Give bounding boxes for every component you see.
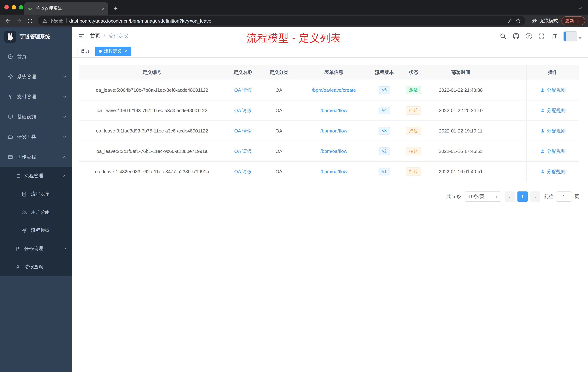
cell-definition-name[interactable]: OA 请假 xyxy=(225,168,261,175)
cell-form-info[interactable]: /bpm/oa/flow xyxy=(297,149,371,154)
window-minimize-button[interactable] xyxy=(12,5,16,10)
sidebar-item-user-group[interactable]: 用户分组 xyxy=(0,203,72,221)
cell-status: 挂起 xyxy=(398,167,429,176)
warning-triangle-icon xyxy=(42,18,47,23)
new-tab-button[interactable]: + xyxy=(111,3,121,13)
sidebar-logo[interactable]: 芋道管理系统 xyxy=(0,27,72,47)
cell-definition-category: OA xyxy=(261,108,297,113)
sidebar-item-process-mgmt[interactable]: 流程管理 xyxy=(0,167,72,185)
table-row: oa_leave:5:004b710b-7b8a-11ec-8ef0-acde4… xyxy=(79,80,579,100)
security-label: 不安全 xyxy=(50,18,63,24)
assign-rule-link[interactable]: 分配规则 xyxy=(540,107,566,114)
sidebar-item-leave-query[interactable]: 请假查询 xyxy=(0,258,72,276)
sidebar-item-home[interactable]: 首页 xyxy=(0,47,72,67)
forward-icon[interactable] xyxy=(14,16,24,25)
person-icon xyxy=(540,129,545,133)
bookmark-star-icon[interactable] xyxy=(515,18,521,24)
goto-page-input[interactable] xyxy=(556,191,572,202)
cell-form-info[interactable]: /bpm/oa/leave/create xyxy=(297,87,371,93)
tab-search-chevron-icon[interactable] xyxy=(578,6,583,11)
breadcrumb-home[interactable]: 首页 xyxy=(90,33,100,39)
browser-tab[interactable]: 芋道管理系统 × xyxy=(24,2,108,15)
help-icon[interactable]: ? xyxy=(526,33,532,39)
cell-deploy-time: 2022-01-22 20:34:10 xyxy=(429,108,492,113)
cell-definition-name[interactable]: OA 请假 xyxy=(225,107,261,114)
font-size-icon[interactable]: TT xyxy=(551,33,557,39)
cell-definition-name[interactable]: OA 请假 xyxy=(225,87,261,93)
chevron-up-icon xyxy=(63,174,67,178)
fullscreen-icon[interactable] xyxy=(538,33,545,39)
sidebar-item-task-mgmt[interactable]: 任务管理 xyxy=(0,240,72,258)
url-divider xyxy=(66,18,66,23)
version-badge: v1 xyxy=(378,168,390,175)
browser-update-button[interactable]: 更新 xyxy=(561,16,585,25)
cell-definition-id: oa_leave:3:1fad3d93-7b75-11ec-a3c8-acde4… xyxy=(79,128,225,134)
page-size-select[interactable]: 10条/页 ▾ xyxy=(465,191,501,202)
kebab-menu-icon[interactable] xyxy=(576,18,581,23)
cell-definition-name[interactable]: OA 请假 xyxy=(225,148,261,154)
cell-actions: 分配规则 xyxy=(526,100,579,120)
cell-form-info[interactable]: /bpm/oa/flow xyxy=(297,108,371,113)
user-menu[interactable] xyxy=(563,31,581,41)
table-row: oa_leave:2:3c1f0ef1-76b1-11ec-9c66-a2380… xyxy=(79,141,579,162)
sidebar-item-system-mgmt[interactable]: 系统管理 xyxy=(0,67,72,87)
cell-definition-name[interactable]: OA 请假 xyxy=(225,128,261,134)
sidebar-item-workflow[interactable]: 工作流程 xyxy=(0,147,72,167)
status-badge: 挂起 xyxy=(406,106,421,115)
cell-deploy-time: 2022-01-16 17:46:53 xyxy=(429,149,492,154)
window-zoom-button[interactable] xyxy=(19,5,23,10)
tag-close-icon[interactable]: × xyxy=(124,49,127,54)
screen: 芋道管理系统 × + 不安全 dashboard.yudao.iocoder xyxy=(0,0,588,372)
avatar[interactable] xyxy=(563,31,577,41)
col-form-info: 表单信息 xyxy=(297,69,371,76)
sidebar-item-process-form[interactable]: 流程表单 xyxy=(0,185,72,203)
chevron-down-icon: ▾ xyxy=(496,195,497,198)
browser-tab-strip: 芋道管理系统 × + xyxy=(0,0,588,15)
sidebar-item-process-model[interactable]: 流程模型 xyxy=(0,221,72,240)
url-text: dashboard.yudao.iocoder.cn/bpm/manager/d… xyxy=(69,18,504,23)
col-deploy-time: 部署时间 xyxy=(429,69,492,76)
prev-page-button[interactable]: ‹ xyxy=(505,191,515,202)
cell-form-info[interactable]: /bpm/oa/flow xyxy=(297,169,371,174)
cell-deploy-time: 2022-01-22 21:48:38 xyxy=(429,87,492,93)
cell-actions: 分配规则 xyxy=(526,121,579,141)
hamburger-icon[interactable] xyxy=(72,27,90,45)
address-bar[interactable]: 不安全 dashboard.yudao.iocoder.cn/bpm/manag… xyxy=(38,16,525,25)
document-icon xyxy=(21,191,27,197)
search-icon[interactable] xyxy=(500,33,506,39)
window-close-button[interactable] xyxy=(4,5,9,10)
next-page-button[interactable]: › xyxy=(530,191,540,202)
tag-home[interactable]: 首页 xyxy=(77,46,93,56)
security-status[interactable]: 不安全 xyxy=(42,18,63,24)
tab-close-icon[interactable]: × xyxy=(101,6,105,11)
key-icon[interactable] xyxy=(507,18,512,23)
status-badge: 激活 xyxy=(406,86,421,94)
sidebar-item-payment-mgmt[interactable]: ¥ 支付管理 xyxy=(0,87,72,107)
pagination-total: 共 5 条 xyxy=(446,193,461,200)
goto-label: 前往 xyxy=(544,193,554,200)
github-icon[interactable] xyxy=(512,33,520,40)
sidebar-item-label: 用户分组 xyxy=(31,209,67,216)
sidebar-item-label: 系统管理 xyxy=(17,73,59,80)
browser-toolbar: 不安全 dashboard.yudao.iocoder.cn/bpm/manag… xyxy=(0,15,588,27)
assign-rule-link[interactable]: 分配规则 xyxy=(540,128,566,134)
assign-rule-link[interactable]: 分配规则 xyxy=(540,148,566,154)
toolbox-icon xyxy=(7,134,13,139)
page-1-button[interactable]: 1 xyxy=(517,191,528,202)
version-badge: v5 xyxy=(378,86,390,94)
sidebar-item-infrastructure[interactable]: 基础设施 xyxy=(0,107,72,127)
tag-process-definition[interactable]: 流程定义 × xyxy=(95,46,131,56)
breadcrumb-current: 流程定义 xyxy=(108,33,129,39)
assign-rule-link[interactable]: 分配规则 xyxy=(540,87,566,93)
flag-icon xyxy=(15,246,20,251)
cell-status: 挂起 xyxy=(398,127,429,135)
status-badge: 挂起 xyxy=(406,127,421,135)
cell-deploy-time: 2022-01-22 19:19:11 xyxy=(429,128,492,134)
cell-deploy-time: 2022-01-16 01:40:51 xyxy=(429,169,492,174)
assign-rule-link[interactable]: 分配规则 xyxy=(540,168,566,175)
back-icon[interactable] xyxy=(3,16,13,25)
reload-icon[interactable] xyxy=(25,16,35,25)
cell-actions: 分配规则 xyxy=(526,162,579,182)
cell-form-info[interactable]: /bpm/oa/flow xyxy=(297,128,371,134)
sidebar-item-dev-tools[interactable]: 研发工具 xyxy=(0,127,72,147)
